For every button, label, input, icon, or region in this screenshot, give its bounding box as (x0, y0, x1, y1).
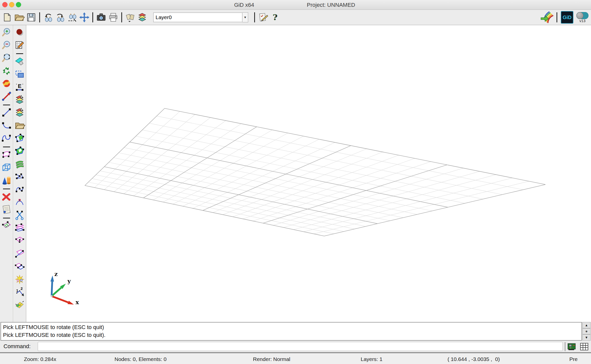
message-line: Pick LEFTMOUSE to rotate (ESC to quit) (3, 323, 579, 331)
window-controls (2, 2, 21, 7)
layer-combobox: ▼ (153, 12, 248, 22)
scroll-up-button[interactable]: ▲ (582, 322, 590, 328)
status-bar: Zoom: 0.284x Nodes: 0, Elements: 0 Rende… (0, 352, 591, 364)
layers-stack-icon[interactable] (137, 12, 147, 22)
app-title: GiD x64 (221, 2, 267, 8)
view-previous-icon[interactable] (43, 12, 53, 22)
message-log: Pick LEFTMOUSE to rotate (ESC to quit) P… (1, 322, 582, 341)
version-toggle-knob[interactable] (576, 12, 583, 19)
gid-logo-text: GiD (563, 15, 572, 20)
postprocess-arrow-icon[interactable] (538, 12, 553, 23)
toolbar-separator (121, 12, 122, 22)
version-toggle-pill[interactable] (576, 12, 588, 19)
project-title: Project: UNNAMED (292, 2, 370, 8)
scroll-thumb[interactable]: ● (582, 328, 590, 335)
gid-window: { "window": { "title_app": "GiD x64", "t… (0, 0, 591, 364)
pan-arrows-icon[interactable] (79, 12, 89, 22)
axis-z-arrow (52, 282, 52, 296)
status-coordinates: ( 10.644 , -3.0035 , 0) (448, 356, 500, 362)
version-label: v13 (579, 19, 585, 23)
toolbar-separator (254, 12, 255, 22)
svg-text:?: ? (273, 12, 277, 22)
axis-y-arrow (52, 288, 61, 296)
minimize-button[interactable] (9, 2, 14, 7)
notes-edit-icon[interactable] (258, 12, 268, 22)
toolbar-right-group: GiD v13 (538, 11, 589, 24)
axis-z-label: z (54, 270, 58, 277)
message-scrollbar: ▲ ● ▼ (582, 322, 590, 341)
toolbar-separator (557, 12, 557, 22)
view-next-icon[interactable] (55, 12, 65, 22)
scroll-down-button[interactable]: ▼ (582, 334, 590, 341)
gid-logo[interactable]: GiD (561, 11, 573, 24)
close-button[interactable] (2, 2, 8, 7)
graphics-card-icon[interactable] (567, 342, 576, 351)
layer-dropdown-button[interactable]: ▼ (242, 12, 248, 22)
axis-x-arrow (52, 296, 68, 302)
toolbar-left-group (2, 12, 147, 22)
status-render: Render: Normal (253, 356, 290, 362)
save-project-icon[interactable] (26, 12, 36, 22)
help-icon[interactable]: ? (270, 12, 280, 22)
title-bar: GiD x64 Project: UNNAMED (0, 0, 591, 10)
toolbar-separator (92, 12, 93, 22)
main-toolbar: ▼ ? GiD v13 (0, 10, 591, 25)
axis-x-label: x (76, 299, 79, 305)
new-file-icon[interactable] (2, 12, 12, 22)
command-label: Command: (4, 343, 31, 350)
status-zoom: Zoom: 0.284x (24, 356, 56, 362)
zoom-dynamic-icon[interactable] (67, 12, 77, 22)
axis-y-label: y (67, 278, 71, 284)
message-line: Pick LEFTMOUSE to rotate (ESC to quit). (3, 331, 579, 339)
fullscreen-button[interactable] (16, 2, 21, 7)
version-toggle[interactable]: v13 (576, 12, 589, 23)
command-input[interactable] (38, 342, 563, 351)
layer-select-input[interactable] (153, 13, 242, 22)
status-layers: Layers: 1 (361, 356, 382, 362)
print-icon[interactable] (108, 12, 118, 22)
open-project-icon[interactable] (14, 12, 24, 22)
toolbar-separator (39, 12, 40, 22)
command-row: Command: (0, 341, 591, 352)
command-separator (565, 342, 565, 351)
mesh-viewport-svg[interactable]: xyz (0, 25, 591, 322)
snapshot-camera-icon[interactable] (96, 12, 106, 22)
toolbar-after-combo-group: ? (258, 12, 280, 22)
status-nodes: Nodes: 0, Elements: 0 (115, 356, 167, 362)
status-mode-badge: Pre (569, 356, 578, 362)
grid-toggle-icon[interactable] (579, 342, 589, 351)
page-views-icon[interactable] (125, 12, 135, 22)
viewport-canvas[interactable]: xyz (26, 25, 591, 322)
